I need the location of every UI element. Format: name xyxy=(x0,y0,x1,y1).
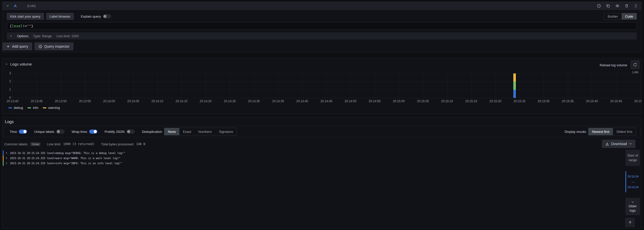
label-browser-button[interactable]: Label browser xyxy=(46,13,74,20)
datasource-name: (Loki) xyxy=(27,4,36,8)
oldest-first-option[interactable]: Oldest first xyxy=(613,128,636,135)
gridline xyxy=(12,73,13,98)
collapse-query-icon[interactable] xyxy=(6,4,9,8)
log-row[interactable]: 2023-10-31 20:15:24.333 level=info msg="… xyxy=(3,161,621,166)
unique-labels-toggle[interactable] xyxy=(56,130,64,134)
x-axis-label: 20:15:50 xyxy=(631,99,642,103)
legend-swatch xyxy=(28,107,31,108)
x-axis-label: 20:14:50 xyxy=(342,99,359,103)
query-inspector-label: Query inspector xyxy=(44,44,70,48)
download-button[interactable]: Download xyxy=(602,140,635,148)
drag-handle-icon[interactable] xyxy=(634,4,638,8)
legend-item-warning[interactable]: warning xyxy=(43,106,60,110)
line-limit-label: Line limit: xyxy=(47,142,61,146)
gridline xyxy=(85,73,85,98)
query-token-lbrace: { xyxy=(10,24,12,28)
query-row-header: A (Loki) ? xyxy=(2,2,641,10)
deduplication-label: Deduplication xyxy=(142,130,162,134)
kick-start-query-button[interactable]: Kick start your query xyxy=(7,13,44,20)
legend-label: info xyxy=(33,106,38,110)
log-row[interactable]: 2023-10-31 20:15:24.333 level=warn msg="… xyxy=(3,156,621,161)
gridline xyxy=(616,73,616,98)
log-row[interactable]: 2023-10-31 20:15:24.333 level=debug msg=… xyxy=(3,150,621,156)
help-icon[interactable]: ? xyxy=(597,4,601,8)
gridline xyxy=(37,73,37,98)
explain-query-label: Explain query xyxy=(81,15,101,18)
logs-volume-legend: debuginfowarning xyxy=(8,106,60,110)
gridline xyxy=(157,73,158,98)
gridline xyxy=(495,73,495,98)
time-toggle[interactable] xyxy=(19,130,27,134)
explain-query-toggle[interactable] xyxy=(103,14,111,18)
x-axis-label: 20:14:20 xyxy=(197,99,214,103)
query-options-row[interactable]: Options Type: Range Line limit: 1000 xyxy=(7,32,637,40)
legend-swatch xyxy=(8,107,12,108)
query-ref-id[interactable]: A xyxy=(14,4,17,8)
chevron-down-icon xyxy=(629,142,632,145)
log-level-indicator-debug xyxy=(3,150,4,156)
time-control: Time xyxy=(10,130,27,134)
dedup-numbers-option[interactable]: Numbers xyxy=(195,128,216,135)
legend-label: warning xyxy=(48,106,60,110)
x-axis-label: 20:14:35 xyxy=(269,99,287,103)
mode-builder-option[interactable]: Builder xyxy=(604,13,621,19)
prettify-json-toggle[interactable] xyxy=(127,130,135,134)
svg-text:?: ? xyxy=(598,5,600,7)
x-axis-label: 20:15:40 xyxy=(583,99,601,103)
y-axis-label: 1 xyxy=(2,88,11,91)
x-axis-label: 20:15:15 xyxy=(462,99,480,103)
line-limit-value: 1000 (3 returned) xyxy=(63,142,95,146)
logs-panel: Logs Time Unique labels Wrap lines Prett… xyxy=(2,117,642,229)
add-query-button[interactable]: Add query xyxy=(3,43,32,50)
dedup-none-option[interactable]: None xyxy=(164,128,179,135)
mode-code-option[interactable]: Code xyxy=(622,13,637,19)
range-from-time: 20:15:24 xyxy=(628,175,639,178)
gridline xyxy=(351,73,351,98)
x-axis-label: 20:14:45 xyxy=(317,99,335,103)
display-results-control: Display results Newest first Oldest firs… xyxy=(565,128,636,135)
x-axis-label: 20:14:25 xyxy=(221,99,239,103)
x-axis-label: 20:13:55 xyxy=(76,99,94,103)
time-toggle-label: Time xyxy=(10,130,17,134)
chevron-down-icon xyxy=(631,200,634,204)
common-labels-badge: linux xyxy=(30,142,41,146)
y-axis-label: 3 xyxy=(2,71,11,75)
expand-row-icon[interactable] xyxy=(5,162,8,165)
expand-row-icon[interactable] xyxy=(5,157,8,160)
start-of-range-button[interactable]: Start of range xyxy=(625,150,640,166)
editor-mode-switch: Builder Code xyxy=(604,13,637,20)
gridline xyxy=(12,82,641,82)
log-range-indicator[interactable]: 20:15:24 — 20:15:24 xyxy=(625,171,640,192)
gridline xyxy=(544,73,544,98)
download-label: Download xyxy=(611,142,627,146)
older-logs-button[interactable]: Older logs xyxy=(625,198,640,215)
wrap-lines-control: Wrap lines xyxy=(72,130,97,134)
query-code-editor[interactable]: {level!=""} xyxy=(7,22,637,30)
dedup-exact-option[interactable]: Exact xyxy=(179,128,195,135)
query-inspector-button[interactable]: Query inspector xyxy=(35,43,73,50)
remove-query-icon[interactable] xyxy=(625,4,629,8)
legend-label: debug xyxy=(14,106,23,110)
x-axis-label: 20:15:30 xyxy=(535,99,553,103)
expand-row-icon[interactable] xyxy=(5,151,8,155)
x-axis-label: 20:15:45 xyxy=(607,99,625,103)
gridline xyxy=(399,73,399,98)
deduplication-control: Deduplication None Exact Numbers Signatu… xyxy=(142,128,237,135)
x-axis-label: 20:15:10 xyxy=(438,99,456,103)
duplicate-query-icon[interactable] xyxy=(606,4,610,8)
x-axis-label: 20:14:15 xyxy=(172,99,190,103)
chevron-right-icon xyxy=(9,34,12,37)
newest-first-option[interactable]: Newest first xyxy=(588,128,613,135)
legend-item-info[interactable]: info xyxy=(28,106,38,110)
x-axis-label: 20:15:20 xyxy=(486,99,504,103)
plus-icon xyxy=(6,45,10,48)
download-icon xyxy=(605,142,609,146)
wrap-lines-toggle[interactable] xyxy=(89,130,97,134)
disable-query-icon[interactable] xyxy=(615,4,620,8)
dedup-signature-option[interactable]: Signature xyxy=(215,128,237,135)
query-token-rbrace: } xyxy=(31,24,33,28)
scroll-to-top-button[interactable] xyxy=(625,218,635,227)
older-logs-label: Older logs xyxy=(625,204,640,213)
legend-item-debug[interactable]: debug xyxy=(8,106,23,110)
arrow-up-icon xyxy=(628,221,632,224)
